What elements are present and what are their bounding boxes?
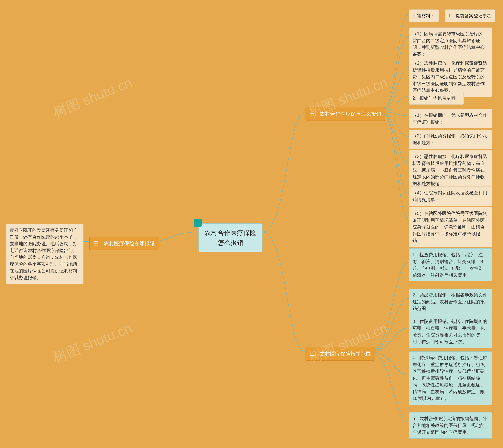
- branch-1-leaf-8[interactable]: （5）在辖区外医院住院需区级医院转诊证明和用药情况清单，在辖区外医院急诊就医的，…: [409, 207, 492, 247]
- branch-3-leaf[interactable]: 带好医院开的发票还有身份证和户口簿，还有合作医疗的那个本子，去当地的医院办理。电…: [6, 224, 84, 284]
- branch-1-leaf-2[interactable]: （2）恶性肿瘤放、化疗和尿毒症肾透析肾移植后服用抗排异药物的门诊药费，凭区内二级…: [409, 57, 492, 97]
- root-tab-icon: [194, 219, 202, 227]
- branch-2-label: 二、农村医疗保险报销范围: [310, 351, 371, 357]
- branch-2-leaf-2-text: 3、住院费用报销。包括：住院期间的药费、检查费、治疗费、手术费、化验费、住院费等…: [412, 319, 487, 344]
- branch-1-leaf-7-text: （4）住院报销凭住院收据及检查和用药情况清单；: [412, 190, 487, 202]
- branch-2-leaf-3-text: 4、特殊病种费用报销。包括：恶性肿瘤化疗、重症尿毒症透析治疗、组织器官移植后排异…: [412, 355, 487, 401]
- branch-1[interactable]: 一、农村合作医疗保险怎么报销: [305, 107, 385, 121]
- branch-1-leaf-1-text: （1）因病情需要转市级医院治疗的，需由区内二级定点医院出具转诊证明，并到新型农村…: [412, 31, 487, 57]
- branch-1-leaf-0-left: 所需材料：: [409, 9, 439, 22]
- branch-1-leaf-1[interactable]: （1）因病情需要转市级医院治疗的，需由区内二级定点医院出具转诊证明，并到新型农村…: [409, 28, 492, 61]
- branch-1-leaf-0[interactable]: 所需材料： 1、提前备案登记事项: [409, 9, 495, 22]
- branch-2-leaf-1-text: 2、药品费用报销。根据各地政策文件规定的药品。农村合作医疗住院的报销范围。: [412, 292, 487, 311]
- branch-2-leaf-0[interactable]: 1、检查费用报销。包括：治疗、注射、输液、清创缝合、针灸火罐、B超、心电图、X线…: [409, 248, 492, 281]
- branch-1-leaf-5-text: （2）门诊医药费报销，必须凭门诊收据和处方；: [412, 133, 487, 145]
- watermark: 树图 shutu.cn: [51, 73, 135, 122]
- branch-1-leaf-3-text: 2、报销时需携带材料: [412, 96, 456, 101]
- branch-3[interactable]: 三、农村医疗保险在哪报销: [89, 237, 159, 250]
- branch-2[interactable]: 二、农村医疗保险报销范围: [305, 347, 375, 361]
- branch-1-leaf-2-text: （2）恶性肿瘤放、化疗和尿毒症肾透析肾移植后服用抗排异药物的门诊药费，凭区内二级…: [412, 61, 487, 93]
- branch-2-leaf-4[interactable]: 5、农村合作医疗大病的报销范围。符合各地相关政策的医保目录，规定的医保开支范围内…: [409, 412, 492, 439]
- branch-2-leaf-0-text: 1、检查费用报销。包括：治疗、注射、输液、清创缝合、针灸火罐、B超、心电图、X线…: [412, 252, 486, 278]
- branch-1-leaf-6[interactable]: （3）恶性肿瘤放、化疗和尿毒症肾透析及肾移植后服用抗排异药物，高血压、糖尿病、心…: [409, 150, 492, 190]
- branch-1-leaf-0-right: 1、提前备案登记事项: [445, 9, 495, 22]
- branch-1-leaf-8-text: （5）在辖区外医院住院需区级医院转诊证明和用药情况清单，在辖区外医院急诊就医的，…: [412, 211, 487, 243]
- branch-1-leaf-4[interactable]: （1）在报销期内，凭《新型农村合作医疗证》报销；: [409, 109, 492, 128]
- branch-2-leaf-1[interactable]: 2、药品费用报销。根据各地政策文件规定的药品。农村合作医疗住院的报销范围。: [409, 288, 492, 315]
- branch-2-leaf-3[interactable]: 4、特殊病种费用报销。包括：恶性肿瘤化疗、重症尿毒症透析治疗、组织器官移植后排异…: [409, 352, 492, 405]
- branch-1-leaf-3[interactable]: 2、报销时需携带材料: [409, 92, 464, 105]
- branch-1-leaf-6-text: （3）恶性肿瘤放、化疗和尿毒症肾透析及肾移植后服用抗排异药物，高血压、糖尿病、心…: [412, 154, 487, 186]
- branch-2-leaf-4-text: 5、农村合作医疗大病的报销范围。符合各地相关政策的医保目录，规定的医保开支范围内…: [412, 416, 487, 435]
- mindmap-canvas: { "root": "农村合作医疗保险怎么报销", "branch1": { "…: [0, 0, 503, 448]
- branch-3-label: 三、农村医疗保险在哪报销: [94, 240, 155, 246]
- branch-2-leaf-2[interactable]: 3、住院费用报销。包括：住院期间的药费、检查费、治疗费、手术费、化验费、住院费等…: [409, 315, 492, 348]
- branch-1-leaf-7[interactable]: （4）住院报销凭住院收据及检查和用药情况清单；: [409, 187, 492, 206]
- root-label: 农村合作医疗保险怎么报销: [204, 229, 256, 246]
- watermark: 树图 shutu.cn: [51, 319, 135, 367]
- branch-1-leaf-4-text: （1）在报销期内，凭《新型农村合作医疗证》报销；: [412, 113, 487, 125]
- root-node[interactable]: 农村合作医疗保险怎么报销: [199, 224, 263, 252]
- branch-1-label: 一、农村合作医疗保险怎么报销: [310, 111, 381, 117]
- branch-3-leaf-text: 带好医院开的发票还有身份证和户口簿，还有合作医疗的那个本子，去当地的医院办理。电…: [10, 227, 77, 280]
- branch-1-leaf-5[interactable]: （2）门诊医药费报销，必须凭门诊收据和处方；: [409, 129, 492, 149]
